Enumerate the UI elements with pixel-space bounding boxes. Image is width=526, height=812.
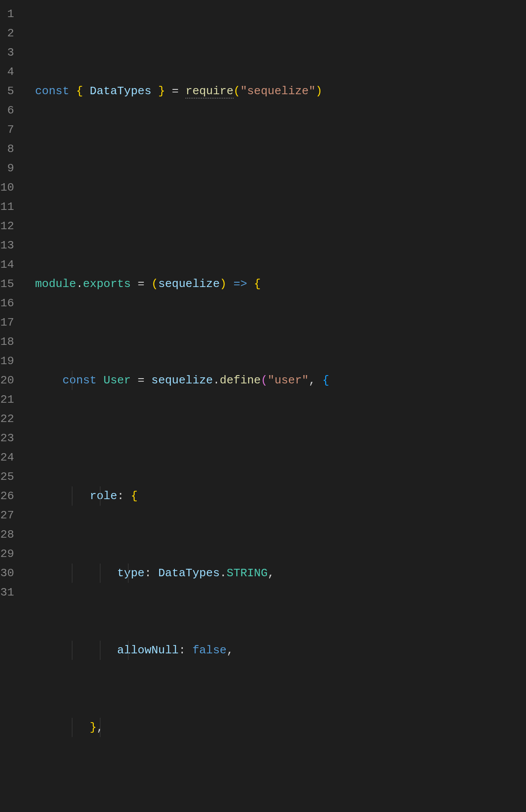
paren-open: ( [234, 85, 241, 98]
boolean-literal: false [192, 644, 227, 657]
line-number: 14 [0, 255, 14, 274]
brace-close: } [90, 721, 97, 734]
line-number: 30 [0, 564, 14, 583]
line-number: 17 [0, 313, 14, 332]
line-number: 4 [0, 62, 14, 82]
line-number: 29 [0, 544, 14, 564]
keyword-const: const [62, 374, 96, 387]
line-number: 5 [0, 82, 14, 101]
code-line[interactable]: }, [35, 718, 526, 737]
line-number: 27 [0, 506, 14, 525]
fn-require: require [185, 85, 233, 99]
line-number: 9 [0, 159, 14, 178]
line-number-gutter: 1 2 3 4 5 6 7 8 9 10 11 12 13 14 15 16 1… [0, 4, 26, 812]
line-number: 10 [0, 178, 14, 197]
param-sequelize: sequelize [158, 277, 220, 291]
constant-string: STRING [227, 567, 268, 580]
property-role: role [90, 489, 117, 503]
keyword-const: const [35, 85, 69, 98]
line-number: 12 [0, 216, 14, 236]
line-number: 11 [0, 197, 14, 216]
line-number: 25 [0, 467, 14, 486]
fn-define: define [220, 374, 261, 387]
line-number: 21 [0, 390, 14, 409]
paren-open: ( [261, 374, 268, 387]
code-area[interactable]: const { DataTypes } = require("sequelize… [26, 4, 526, 812]
code-line[interactable]: role: { [35, 486, 526, 506]
brace-open: { [322, 374, 329, 387]
line-number: 31 [0, 583, 14, 602]
line-number: 18 [0, 332, 14, 351]
identifier-sequelize: sequelize [151, 374, 213, 387]
line-number: 7 [0, 120, 14, 139]
code-line[interactable]: type: DataTypes.STRING, [35, 564, 526, 583]
brace-open: { [254, 277, 261, 291]
line-number: 16 [0, 294, 14, 313]
brace-close: } [151, 85, 165, 98]
string-literal: "user" [268, 374, 309, 387]
identifier-datatypes: DataTypes [158, 567, 220, 580]
brace-open: { [131, 489, 138, 503]
property-allownull: allowNull [117, 644, 178, 657]
identifier-module: module [35, 277, 76, 291]
code-line[interactable]: module.exports = (sequelize) => { [35, 274, 526, 294]
line-number: 20 [0, 371, 14, 390]
property-type: type [117, 567, 144, 580]
paren-open: ( [151, 277, 158, 291]
identifier-user: User [103, 374, 131, 387]
identifier-exports: exports [83, 277, 131, 291]
paren-close: ) [220, 277, 227, 291]
paren-close: ) [316, 85, 323, 98]
line-number: 13 [0, 236, 14, 255]
line-number: 26 [0, 486, 14, 506]
line-number: 22 [0, 409, 14, 429]
line-number: 24 [0, 448, 14, 467]
arrow-function: => [227, 277, 254, 291]
identifier-datatypes: DataTypes [90, 85, 151, 98]
line-number: 15 [0, 274, 14, 294]
code-line[interactable]: const { DataTypes } = require("sequelize… [35, 82, 526, 101]
line-number: 28 [0, 525, 14, 544]
brace-open: { [76, 85, 90, 98]
string-literal: "sequelize" [240, 85, 316, 98]
line-number: 3 [0, 43, 14, 62]
line-number: 2 [0, 24, 14, 43]
line-number: 1 [0, 4, 14, 24]
line-number: 19 [0, 351, 14, 371]
code-line[interactable]: allowNull: false, [35, 641, 526, 660]
code-editor[interactable]: 1 2 3 4 5 6 7 8 9 10 11 12 13 14 15 16 1… [0, 0, 526, 812]
code-line[interactable] [35, 178, 526, 197]
line-number: 8 [0, 139, 14, 159]
code-line[interactable]: const User = sequelize.define("user", { [35, 371, 526, 390]
line-number: 23 [0, 429, 14, 448]
line-number: 6 [0, 101, 14, 120]
